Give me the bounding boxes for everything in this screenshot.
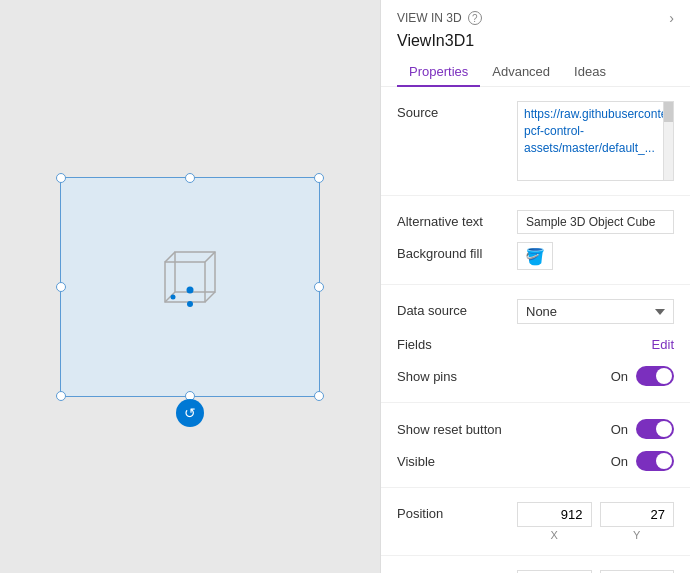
view-in-3d-row: VIEW IN 3D ? ›: [397, 10, 674, 26]
visible-label: Visible: [397, 454, 517, 469]
alt-text-value: [517, 210, 674, 234]
view-in-3d-label: VIEW IN 3D: [397, 11, 462, 25]
visible-value: On: [517, 451, 674, 471]
show-pins-value: On: [517, 366, 674, 386]
alt-text-row: Alternative text: [397, 206, 674, 238]
alt-text-label: Alternative text: [397, 210, 517, 229]
tabs-row: Properties Advanced Ideas: [397, 58, 674, 86]
toggle-knob-3: [656, 453, 672, 469]
position-x-input[interactable]: [517, 502, 592, 527]
svg-point-8: [171, 294, 176, 299]
fill-bucket-icon: 🪣: [525, 247, 545, 266]
fields-label: Fields: [397, 337, 517, 352]
data-source-value: None: [517, 299, 674, 324]
source-row: Source https://raw.githubusercontent.com…: [397, 97, 674, 185]
show-reset-row: Show reset button On: [397, 413, 674, 445]
rotate-handle[interactable]: ↺: [176, 399, 204, 427]
bg-fill-label: Background fill: [397, 242, 517, 261]
scroll-thumb: [664, 102, 673, 122]
svg-line-2: [165, 252, 175, 262]
fields-edit-link[interactable]: Edit: [652, 337, 674, 352]
data-source-section: Data source None Fields Edit Show pins O…: [381, 285, 690, 403]
source-value-container: https://raw.githubusercontent.com/micros…: [517, 101, 674, 181]
toggle-knob: [656, 368, 672, 384]
position-x-group: X: [517, 502, 592, 541]
show-pins-on-text: On: [611, 369, 628, 384]
svg-line-3: [205, 252, 215, 262]
svg-line-4: [205, 292, 215, 302]
show-reset-toggle[interactable]: [636, 419, 674, 439]
bg-fill-value: 🪣: [517, 242, 674, 270]
source-label: Source: [397, 101, 517, 120]
source-text[interactable]: https://raw.githubusercontent.com/micros…: [517, 101, 664, 181]
alt-text-section: Alternative text Background fill 🪣: [381, 196, 690, 285]
properties-content: Source https://raw.githubusercontent.com…: [381, 87, 690, 573]
show-reset-value: On: [517, 419, 674, 439]
show-pins-toggle[interactable]: [636, 366, 674, 386]
component-frame[interactable]: ↺: [60, 177, 320, 397]
position-section: Position X Y: [381, 488, 690, 556]
bg-fill-button[interactable]: 🪣: [517, 242, 553, 270]
fields-edit-container: Edit: [517, 337, 674, 352]
x-label: X: [517, 529, 592, 541]
alt-text-input[interactable]: [517, 210, 674, 234]
visible-row: Visible On: [397, 445, 674, 477]
visible-on-text: On: [611, 454, 628, 469]
tab-ideas[interactable]: Ideas: [562, 58, 618, 87]
size-row: Size Width Height: [397, 566, 674, 573]
tab-properties[interactable]: Properties: [397, 58, 480, 87]
panel-header: VIEW IN 3D ? › ViewIn3D1 Properties Adva…: [381, 0, 690, 87]
component-title: ViewIn3D1: [397, 32, 674, 50]
cube-viewport: [60, 177, 320, 397]
position-xy-row: X Y: [517, 502, 674, 541]
properties-panel: VIEW IN 3D ? › ViewIn3D1 Properties Adva…: [380, 0, 690, 573]
fields-row: Fields Edit: [397, 328, 674, 360]
visible-toggle[interactable]: [636, 451, 674, 471]
position-y-input[interactable]: [600, 502, 675, 527]
data-source-dropdown[interactable]: None: [517, 299, 674, 324]
bg-fill-row: Background fill 🪣: [397, 238, 674, 274]
position-label: Position: [397, 502, 517, 521]
svg-point-7: [187, 301, 193, 307]
show-reset-section: Show reset button On Visible On: [381, 403, 690, 488]
cube-svg: [145, 242, 235, 332]
size-section: Size Width Height: [381, 556, 690, 573]
show-reset-on-text: On: [611, 422, 628, 437]
source-wrapper: https://raw.githubusercontent.com/micros…: [517, 101, 674, 181]
position-value: X Y: [517, 502, 674, 541]
position-y-group: Y: [600, 502, 675, 541]
position-row: Position X Y: [397, 498, 674, 545]
toggle-knob-2: [656, 421, 672, 437]
source-section: Source https://raw.githubusercontent.com…: [381, 87, 690, 196]
svg-point-6: [187, 286, 194, 293]
chevron-right-icon[interactable]: ›: [669, 10, 674, 26]
data-source-row: Data source None: [397, 295, 674, 328]
show-pins-label: Show pins: [397, 369, 517, 384]
source-scrollbar[interactable]: [664, 101, 674, 181]
data-source-label: Data source: [397, 299, 517, 318]
show-reset-label: Show reset button: [397, 422, 517, 437]
canvas-area: ↺: [0, 0, 380, 573]
source-url: https://raw.githubusercontent.com/micros…: [524, 107, 664, 155]
help-icon[interactable]: ?: [468, 11, 482, 25]
tab-advanced[interactable]: Advanced: [480, 58, 562, 87]
y-label: Y: [600, 529, 675, 541]
show-pins-row: Show pins On: [397, 360, 674, 392]
